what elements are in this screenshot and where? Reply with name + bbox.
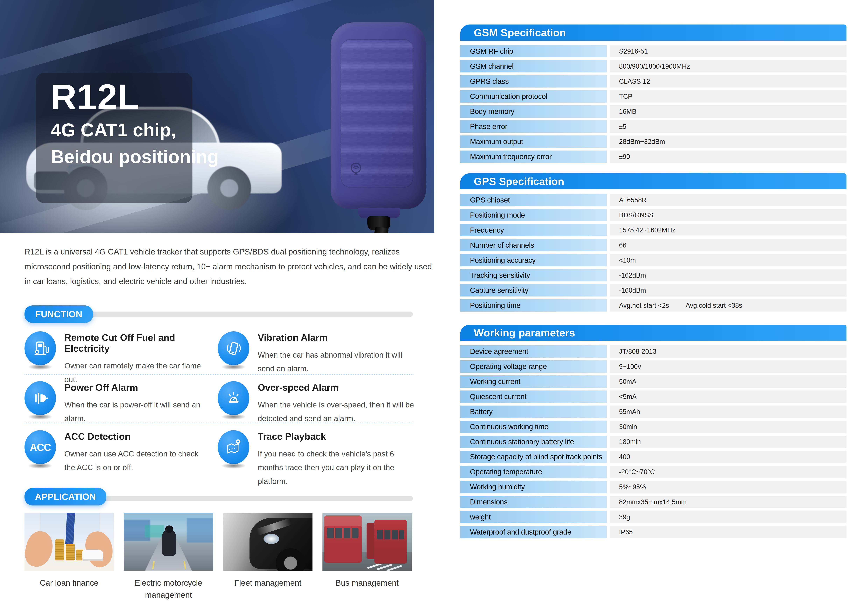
spec-value: 28dBm~32dBm (610, 135, 846, 148)
spec-row: Continuous working time30min (460, 420, 846, 433)
spec-label: GSM RF chip (460, 45, 607, 57)
working-parameters-table: Working parameters Device agreementJT/80… (460, 325, 846, 541)
fuel-pump-icon (25, 331, 56, 365)
spec-value: -20°C~70°C (610, 466, 846, 478)
spec-label: Positioning accuracy (460, 254, 607, 267)
application-section-badge: APPLICATION (25, 488, 106, 505)
toy-car-shape (82, 550, 103, 561)
spec-value: Avg.hot start <2sAvg.cold start <38s (610, 299, 846, 312)
spec-row: Body memory16MB (460, 105, 846, 118)
table-title: GSM Specification (460, 25, 846, 40)
coin-stack (66, 544, 75, 560)
spec-label: Communication protocol (460, 90, 607, 102)
gps-specification-table: GPS Specification GPS chipsetAT6558RPosi… (460, 173, 846, 314)
coin-stack (55, 540, 64, 560)
spec-value: IP65 (610, 526, 846, 538)
feature-title: Vibration Alarm (258, 332, 417, 343)
spec-row: GPS chipsetAT6558R (460, 194, 846, 206)
spec-value: -160dBm (610, 284, 846, 296)
product-model: R12L (51, 77, 219, 116)
feature-remote-cutoff: Remote Cut Off Fuel and Electricity Owne… (25, 331, 207, 386)
spec-value: <5mA (610, 391, 846, 403)
feature-title: ACC Detection (64, 431, 207, 442)
spec-row: Number of channels66 (460, 239, 846, 251)
spec-value: 16MB (610, 105, 846, 118)
spec-value: 9~100v (610, 360, 846, 373)
product-subtitle-line2: Beidou positioning (51, 143, 219, 170)
acc-icon-label: ACC (30, 442, 51, 453)
spec-row: Positioning modeBDS/GNSS (460, 209, 846, 221)
spec-value: 39g (610, 511, 846, 523)
gsm-specification-table: GSM Specification GSM RF chipS2916-51GSM… (460, 25, 846, 166)
application-image-bus (322, 513, 412, 571)
spec-row: Working current50mA (460, 375, 846, 388)
acc-badge-icon: ACC (25, 430, 56, 464)
spec-label: Body memory (460, 105, 607, 118)
spec-value: 55mAh (610, 406, 846, 418)
feature-overspeed-alarm: Over-speed Alarm When the vehicle is ove… (218, 381, 417, 425)
feature-title: Remote Cut Off Fuel and Electricity (64, 332, 207, 354)
motorcycle-rider (162, 529, 176, 556)
hero-text: R12L 4G CAT1 chip, Beidou positioning (51, 77, 219, 170)
spec-row: Frequency1575.42~1602MHz (460, 224, 846, 236)
spec-value: JT/808-2013 (610, 345, 846, 358)
spec-row: Communication protocolTCP (460, 90, 846, 102)
bus-windows (327, 528, 358, 538)
spec-row: Capture sensitivity-160dBm (460, 284, 846, 296)
spec-label: Maximum frequency error (460, 150, 607, 163)
feature-description: When the car has abnormal vibration it w… (258, 348, 417, 375)
application-caption: Fleet management (223, 577, 313, 589)
feature-description: When the car is power-off it will send a… (64, 398, 207, 425)
vibration-phone-icon (218, 331, 250, 365)
spec-row: Waterproof and dustproof gradeIP65 (460, 526, 846, 538)
spec-label: Quiescent current (460, 391, 607, 403)
spec-row: Operating voltage range9~100v (460, 360, 846, 373)
bus-windows (377, 530, 404, 540)
power-plug-icon (25, 381, 56, 415)
spec-label: Positioning mode (460, 209, 607, 221)
route-pin-icon (218, 430, 250, 464)
spec-label: weight (460, 511, 607, 523)
spec-label: Positioning time (460, 299, 607, 312)
table-rows: GSM RF chipS2916-51GSM channel800/900/18… (460, 45, 846, 163)
spec-row: Quiescent current<5mA (460, 391, 846, 403)
spec-label: Maximum output (460, 135, 607, 148)
spec-row: Maximum frequency error±90 (460, 150, 846, 163)
tracker-device-photo (326, 22, 431, 233)
spec-label: Capture sensitivity (460, 284, 607, 296)
function-section-badge: FUNCTION (25, 305, 93, 323)
spec-row: Positioning timeAvg.hot start <2sAvg.col… (460, 299, 846, 312)
spec-row: GSM channel800/900/1800/1900MHz (460, 60, 846, 73)
spec-value: AT6558R (610, 194, 846, 206)
spec-row: Battery55mAh (460, 406, 846, 418)
table-title: Working parameters (460, 325, 846, 341)
blurred-building (187, 518, 213, 543)
spec-row: Positioning accuracy<10m (460, 254, 846, 267)
application-divider-bar (67, 496, 413, 501)
spec-value: TCP (610, 90, 846, 102)
spec-value: <10m (610, 254, 846, 267)
spec-label: GPRS class (460, 75, 607, 87)
function-divider-bar (58, 312, 413, 317)
application-image-car-loan-finance (25, 513, 114, 571)
feature-acc-detection: ACC ACC Detection Owner can use ACC dete… (25, 430, 207, 474)
brand-pin-logo-icon (348, 161, 364, 180)
spec-row: Dimensions82mmx35mmx14.5mm (460, 496, 846, 508)
car-headlight (264, 534, 279, 544)
spec-label: Device agreement (460, 345, 607, 358)
feature-power-off-alarm: Power Off Alarm When the car is power-of… (25, 381, 207, 425)
feature-title: Power Off Alarm (64, 382, 207, 393)
spec-label: GPS chipset (460, 194, 607, 206)
spec-row: Phase error±5 (460, 121, 846, 133)
spec-label: Operating voltage range (460, 360, 607, 373)
spec-row: Maximum output28dBm~32dBm (460, 135, 846, 148)
spec-row: Continuous stationary battery life180min (460, 436, 846, 448)
spec-value: 180min (610, 436, 846, 448)
application-caption: Bus management (322, 577, 412, 589)
blurred-building (145, 525, 164, 537)
spec-value: 66 (610, 239, 846, 251)
spec-label: Frequency (460, 224, 607, 236)
red-bus-shape (324, 515, 362, 563)
spec-row: Operating temperature-20°C~70°C (460, 466, 846, 478)
spec-row: Working humidity5%~95% (460, 481, 846, 493)
